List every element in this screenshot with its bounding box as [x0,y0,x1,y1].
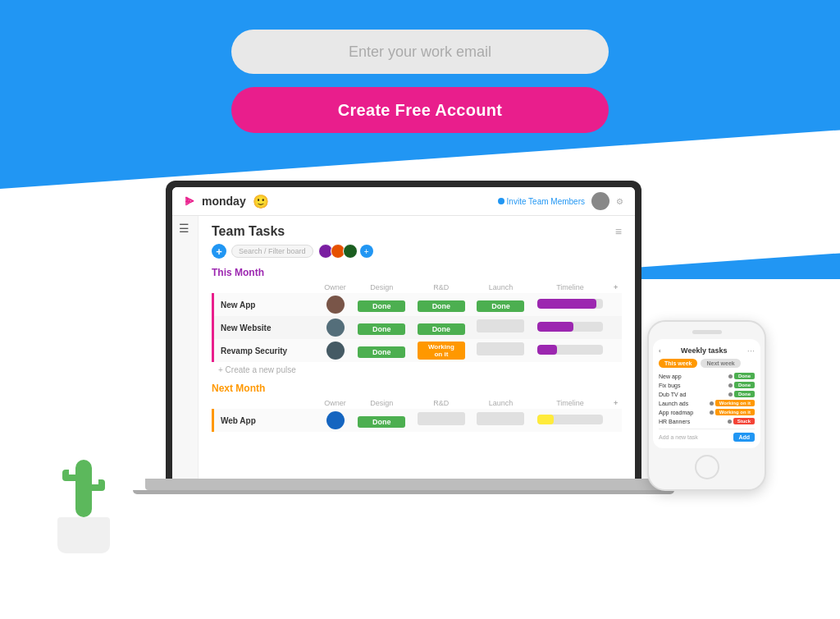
col-timeline: Timeline [531,282,610,293]
sidebar: ☰ [172,216,199,479]
phone-task-status: Working on it [715,400,755,406]
col-design: Design [352,282,412,293]
email-input[interactable] [231,30,609,74]
add-column-btn[interactable]: + [614,283,618,291]
phone-tab-this-week[interactable]: This week [659,359,697,368]
rnd-badge-1: Done [418,300,465,312]
owner-avatar-2 [326,319,345,337]
phone-add-button[interactable]: Add [733,433,755,442]
invite-members-btn[interactable]: Invite Team Members [498,197,585,206]
design-badge-4: Done [358,416,405,428]
phone-task-name: Launch ads [659,401,708,406]
list-item: Dub TV ad Done [659,391,755,397]
hamburger-icon[interactable]: ☰ [179,222,189,235]
laptop-screen: ⫸ monday 🙂 Invite Team Members ⚙ ☰ [172,187,635,479]
phone-home-button[interactable] [695,455,719,479]
add-task-label: Add a new task [659,434,698,440]
list-item: New app Done [659,373,755,379]
add-pulse-btn[interactable]: + [212,244,226,259]
owner-avatar-4 [326,411,345,429]
this-month-table: Owner Design R&D Launch Timeline + [212,282,622,362]
rnd-badge-3: Working on it [418,342,465,360]
task-name-new-app: New App [213,293,320,316]
monday-logo-icon: ⫸ [184,195,195,208]
cta-button[interactable]: Create Free Account [231,87,609,133]
phone-task-name: App roadmap [659,410,708,415]
settings-dots[interactable]: ⚙ [616,197,623,206]
phone-task-list: New app Done Fix bugs Done Dub TV ad Don… [659,373,755,424]
task-name-new-website: New Website [213,316,320,339]
board-menu-icon[interactable]: ≡ [615,225,622,238]
avatar-group [318,244,355,259]
laptop-base [145,479,662,490]
board-title: Team Tasks [212,224,285,239]
next-month-table: Owner Design R&D Launch Timeline + Web A… [212,397,622,432]
phone-task-status: Stuck [733,418,755,424]
laptop-device: ⫸ monday 🙂 Invite Team Members ⚙ ☰ [166,181,674,494]
list-item: Fix bugs Done [659,382,755,388]
phone-task-name: Fix bugs [659,383,727,388]
phone-device: ‹ Weekly tasks ··· This week Next week N… [647,320,766,491]
hero-section: Create Free Account [0,0,840,158]
phone-task-status: Working on it [715,409,755,415]
launch-badge-1: Done [477,300,524,312]
rocket-icon: 🙂 [253,194,269,209]
design-badge-3: Done [358,346,405,358]
next-month-label: Next Month [212,383,622,394]
phone-notch [692,330,722,334]
phone-task-name: HR Banners [659,419,726,424]
phone-screen: ‹ Weekly tasks ··· This week Next week N… [653,339,760,448]
task-name-revamp: Revamp Security [213,339,320,362]
table-row: New Website Done Done [213,316,623,339]
user-avatar[interactable] [591,192,609,210]
table-row: Web App Done [213,409,623,432]
table-row: New App Done Done Done [213,293,623,316]
owner-avatar-3 [326,342,345,360]
col-launch: Launch [471,282,531,293]
list-item: HR Banners Stuck [659,418,755,424]
design-badge-1: Done [358,300,405,312]
search-filter-box[interactable]: Search / Filter board [231,245,313,258]
app-logo-text: monday [202,195,246,208]
list-item: Launch ads Working on it [659,400,755,406]
create-pulse-btn[interactable]: + Create a new pulse [212,362,622,378]
owner-avatar-1 [326,296,345,314]
this-month-label: This Month [212,267,622,278]
phone-task-status: Done [734,382,755,388]
phone-task-status: Done [734,391,755,397]
table-row: Revamp Security Done Working on it [213,339,623,362]
phone-tab-next-week[interactable]: Next week [701,359,740,368]
avatar-3 [343,244,358,259]
phone-task-status: Done [734,373,755,379]
add-member-icon[interactable]: + [360,245,373,258]
col-rnd: R&D [412,282,472,293]
design-badge-2: Done [358,323,405,335]
rnd-badge-2: Done [418,323,465,335]
laptop-base-bottom [133,490,674,494]
phone-task-name: New app [659,374,727,379]
col-owner: Owner [320,282,353,293]
list-item: App roadmap Working on it [659,409,755,415]
phone-task-name: Dub TV ad [659,392,727,397]
phone-title: Weekly tasks [681,346,727,355]
task-name-webapp: Web App [213,409,320,432]
cactus-decoration [57,460,110,553]
